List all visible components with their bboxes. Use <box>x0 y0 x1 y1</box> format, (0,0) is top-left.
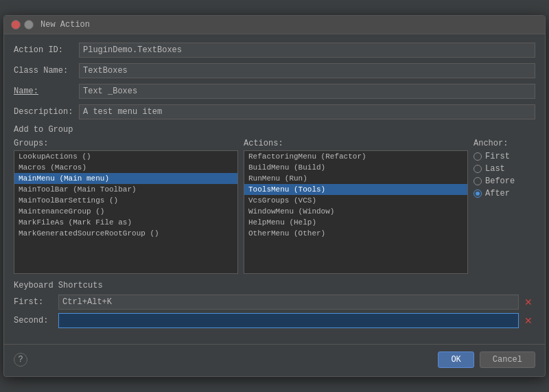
lists-container: Groups: LookupActions () Macros (Macros)… <box>14 139 535 274</box>
list-item[interactable]: OtherMenu (Other) <box>244 228 467 239</box>
anchor-last-row[interactable]: Last <box>474 164 535 174</box>
dialog-title: New Action <box>40 20 90 30</box>
close-button[interactable] <box>11 20 21 30</box>
description-input[interactable] <box>79 104 535 119</box>
name-label: Name: <box>14 87 79 96</box>
list-item[interactable]: RefactoringMenu (Refactor) <box>244 151 467 162</box>
list-item[interactable]: VcsGroups (VCS) <box>244 195 467 206</box>
list-item[interactable]: RunMenu (Run) <box>244 173 467 184</box>
action-id-label: Action ID: <box>14 45 79 55</box>
description-label: Description: <box>14 107 79 117</box>
anchor-first-label: First <box>485 152 510 161</box>
anchor-before-radio[interactable] <box>474 177 482 185</box>
list-item[interactable]: MaintenanceGroup () <box>14 206 237 217</box>
actions-list[interactable]: RefactoringMenu (Refactor) BuildMenu (Bu… <box>244 150 468 274</box>
list-item[interactable]: HelpMenu (Help) <box>244 217 467 228</box>
dialog-content: Action ID: Class Name: Name: Description… <box>4 34 545 340</box>
anchor-before-label: Before <box>485 176 515 186</box>
help-button[interactable]: ? <box>14 353 27 367</box>
title-buttons <box>11 20 34 30</box>
keyboard-first-clear[interactable]: ✕ <box>522 295 535 309</box>
anchor-last-radio[interactable] <box>474 165 482 173</box>
list-item[interactable]: Macros (Macros) <box>14 162 237 173</box>
anchor-before-row[interactable]: Before <box>474 176 535 186</box>
anchor-first-radio[interactable] <box>474 152 482 161</box>
new-action-dialog: New Action Action ID: Class Name: Name: … <box>3 15 546 377</box>
keyboard-second-clear[interactable]: ✕ <box>522 314 535 327</box>
keyboard-first-input[interactable] <box>58 295 519 310</box>
keyboard-title: Keyboard Shortcuts <box>14 281 535 290</box>
minimize-button[interactable] <box>24 20 34 30</box>
name-input[interactable] <box>79 84 535 99</box>
bottom-bar: ? OK Cancel <box>4 344 545 376</box>
cancel-button[interactable]: Cancel <box>480 351 535 368</box>
add-to-group-title: Add to Group <box>14 125 535 135</box>
anchor-first-row[interactable]: First <box>474 152 535 161</box>
keyboard-first-label: First: <box>14 297 58 307</box>
keyboard-second-row: Second: ✕ <box>14 313 535 328</box>
class-name-label: Class Name: <box>14 66 79 76</box>
list-item[interactable]: WindowMenu (Window) <box>244 206 467 217</box>
list-item[interactable]: MainToolBar (Main Toolbar) <box>14 184 237 195</box>
groups-section: Groups: LookupActions () Macros (Macros)… <box>14 139 238 274</box>
keyboard-first-row: First: ✕ <box>14 295 535 310</box>
list-item[interactable]: MainToolBarSettings () <box>14 195 237 206</box>
title-bar: New Action <box>4 16 545 34</box>
name-row: Name: <box>14 84 535 99</box>
groups-label: Groups: <box>14 139 238 148</box>
list-item[interactable]: BuildMenu (Build) <box>244 162 467 173</box>
button-group: OK Cancel <box>438 351 535 368</box>
action-id-input[interactable] <box>79 43 535 58</box>
list-item[interactable]: ToolsMenu (Tools) <box>244 184 467 195</box>
anchor-after-radio[interactable] <box>474 189 482 198</box>
action-id-row: Action ID: <box>14 43 535 58</box>
anchor-after-row[interactable]: After <box>474 189 535 198</box>
list-item[interactable]: LookupActions () <box>14 151 237 162</box>
list-item[interactable]: MarkGeneratedSourceRootGroup () <box>14 228 237 239</box>
groups-list[interactable]: LookupActions () Macros (Macros) MainMen… <box>14 150 238 274</box>
anchor-after-label: After <box>485 189 510 198</box>
keyboard-second-input[interactable] <box>58 313 519 328</box>
keyboard-section: Keyboard Shortcuts First: ✕ Second: ✕ <box>14 281 535 328</box>
list-item[interactable]: MainMenu (Main menu) <box>14 173 237 184</box>
ok-button[interactable]: OK <box>438 351 474 368</box>
anchor-label: Anchor: <box>474 139 535 148</box>
description-row: Description: <box>14 104 535 119</box>
actions-label: Actions: <box>244 139 468 148</box>
class-name-input[interactable] <box>79 63 535 78</box>
class-name-row: Class Name: <box>14 63 535 78</box>
list-item[interactable]: MarkFileAs (Mark File as) <box>14 217 237 228</box>
keyboard-second-label: Second: <box>14 316 58 325</box>
anchor-last-label: Last <box>485 164 505 174</box>
actions-section: Actions: RefactoringMenu (Refactor) Buil… <box>244 139 468 274</box>
anchor-section: Anchor: First Last Before <box>474 139 535 274</box>
anchor-options: First Last Before After <box>474 150 535 198</box>
